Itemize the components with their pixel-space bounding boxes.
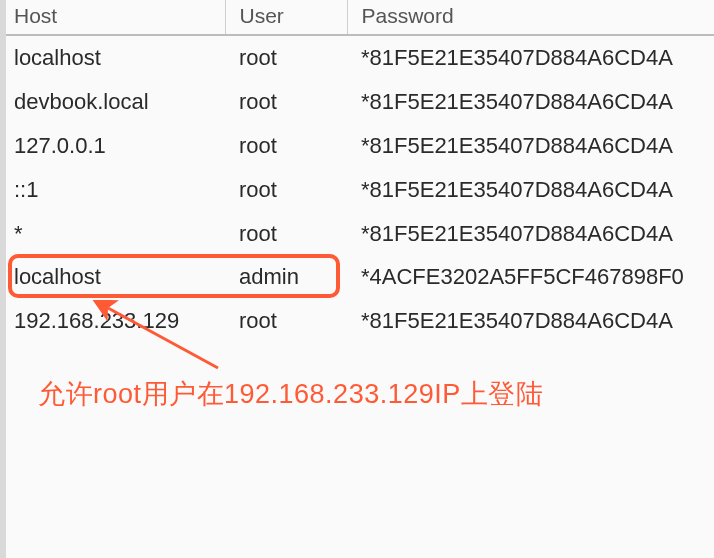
- cell-host[interactable]: ::1: [0, 168, 225, 212]
- table-row[interactable]: * root *81F5E21E35407D884A6CD4A: [0, 212, 714, 256]
- cell-user[interactable]: root: [225, 80, 347, 124]
- cell-user[interactable]: admin: [225, 255, 347, 299]
- cell-password[interactable]: *81F5E21E35407D884A6CD4A: [347, 299, 714, 343]
- window-left-edge: [0, 0, 6, 558]
- cell-user[interactable]: root: [225, 168, 347, 212]
- cell-user[interactable]: root: [225, 124, 347, 168]
- users-table: Host User Password localhost root *81F5E…: [0, 0, 714, 343]
- table-row[interactable]: localhost admin *4ACFE3202A5FF5CF467898F…: [0, 255, 714, 299]
- cell-host[interactable]: localhost: [0, 35, 225, 80]
- table-row[interactable]: 127.0.0.1 root *81F5E21E35407D884A6CD4A: [0, 124, 714, 168]
- cell-host[interactable]: 192.168.233.129: [0, 299, 225, 343]
- cell-password[interactable]: *4ACFE3202A5FF5CF467898F0: [347, 255, 714, 299]
- header-user[interactable]: User: [225, 0, 347, 35]
- cell-password[interactable]: *81F5E21E35407D884A6CD4A: [347, 35, 714, 80]
- cell-host[interactable]: *: [0, 212, 225, 256]
- annotation-text: 允许root用户在192.168.233.129IP上登陆: [38, 376, 543, 412]
- table-row[interactable]: devbook.local root *81F5E21E35407D884A6C…: [0, 80, 714, 124]
- table-row[interactable]: ::1 root *81F5E21E35407D884A6CD4A: [0, 168, 714, 212]
- table-row[interactable]: 192.168.233.129 root *81F5E21E35407D884A…: [0, 299, 714, 343]
- cell-host[interactable]: devbook.local: [0, 80, 225, 124]
- header-password[interactable]: Password: [347, 0, 714, 35]
- cell-password[interactable]: *81F5E21E35407D884A6CD4A: [347, 80, 714, 124]
- cell-host[interactable]: localhost: [0, 255, 225, 299]
- table-row[interactable]: localhost root *81F5E21E35407D884A6CD4A: [0, 35, 714, 80]
- cell-user[interactable]: root: [225, 212, 347, 256]
- cell-password[interactable]: *81F5E21E35407D884A6CD4A: [347, 168, 714, 212]
- header-host[interactable]: Host: [0, 0, 225, 35]
- cell-user[interactable]: root: [225, 35, 347, 80]
- cell-host[interactable]: 127.0.0.1: [0, 124, 225, 168]
- table-header-row: Host User Password: [0, 0, 714, 35]
- cell-user[interactable]: root: [225, 299, 347, 343]
- cell-password[interactable]: *81F5E21E35407D884A6CD4A: [347, 124, 714, 168]
- cell-password[interactable]: *81F5E21E35407D884A6CD4A: [347, 212, 714, 256]
